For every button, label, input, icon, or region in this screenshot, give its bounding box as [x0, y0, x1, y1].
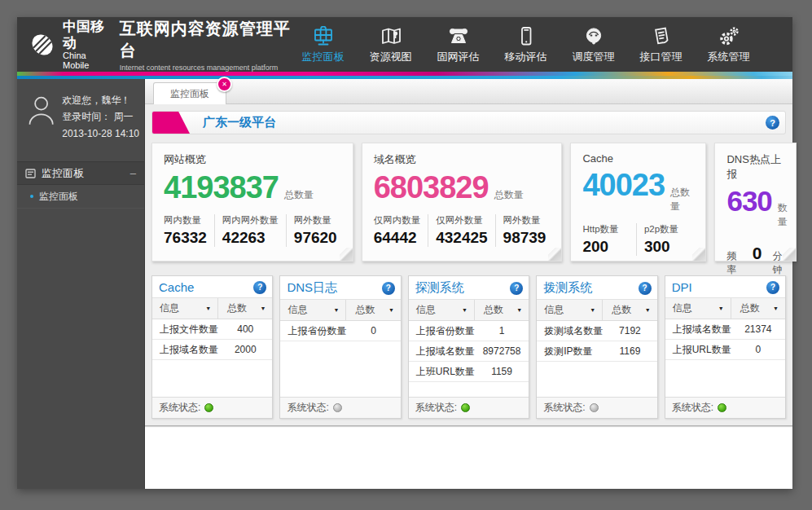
panel-title: 拨测系统: [543, 280, 592, 296]
nav-label: 资源视图: [370, 50, 412, 64]
card-stat: 网外数量 98739: [495, 214, 554, 247]
status-label: 系统状态:: [287, 401, 328, 415]
column-header-info[interactable]: 信息 ▼: [409, 300, 475, 320]
sidebar-item-monitor-panel[interactable]: 监控面板: [17, 185, 144, 209]
card-title: DNS热点上报: [726, 152, 787, 182]
tab-bar: 监控面板 ✕: [145, 79, 792, 104]
card-title: Cache: [582, 152, 697, 165]
help-icon[interactable]: ?: [766, 116, 779, 130]
chevron-down-icon[interactable]: ▼: [205, 306, 211, 311]
brand-name-cn: 中国移动: [63, 19, 112, 51]
headset-icon: [583, 24, 604, 46]
column-label: 总数: [740, 301, 760, 315]
gears-icon: [718, 24, 740, 46]
column-label: 信息: [416, 303, 436, 317]
status-label: 系统状态:: [159, 401, 200, 415]
user-block: 欢迎您，魏华！ 登录时间： 周一 2013-10-28 14:10: [17, 79, 144, 152]
nav-item-interface-mgmt[interactable]: 接口管理: [631, 24, 691, 64]
chevron-down-icon[interactable]: ▼: [388, 307, 394, 313]
app-window: 中国移动 China Mobile 互联网内容资源管理平台 Internet c…: [17, 17, 792, 489]
help-icon[interactable]: ?: [639, 282, 652, 295]
chevron-down-icon[interactable]: ▼: [645, 307, 651, 313]
column-header-info[interactable]: 信息 ▼: [152, 298, 218, 319]
help-icon[interactable]: ?: [510, 282, 523, 295]
chevron-down-icon[interactable]: ▼: [773, 306, 779, 311]
help-icon[interactable]: ?: [253, 281, 266, 294]
stat-label: 网内数量: [164, 214, 207, 226]
row-value: 400: [218, 323, 272, 335]
table-row: 上报域名数量 2000: [152, 340, 272, 360]
status-badge: [590, 403, 599, 412]
collapse-icon[interactable]: –: [130, 167, 136, 179]
panel-dial-test-system: 拨测系统 ? 信息 ▼ 总数 ▼: [536, 275, 657, 419]
stat-label: 网外数量: [294, 214, 337, 226]
chevron-down-icon[interactable]: ▼: [718, 306, 724, 311]
help-icon[interactable]: ?: [766, 281, 779, 294]
chevron-down-icon[interactable]: ▼: [462, 307, 467, 313]
stat-label: 网外数量: [503, 214, 546, 226]
column-label: 信息: [673, 301, 692, 315]
card-big-label: 总数量: [284, 188, 314, 202]
chevron-down-icon[interactable]: ▼: [334, 307, 340, 313]
nav-item-dispatch-mgmt[interactable]: 调度管理: [564, 24, 623, 64]
nav-item-mobile-eval[interactable]: 移动评估: [496, 24, 555, 64]
freq-value: 0: [753, 244, 762, 263]
user-info: 欢迎您，魏华！ 登录时间： 周一 2013-10-28 14:10: [62, 92, 139, 142]
detail-panels-row: Cache ? 信息 ▼ 总数 ▼: [151, 275, 786, 419]
column-label: 总数: [484, 303, 503, 317]
nav-item-resource-view[interactable]: 资源视图: [361, 24, 420, 64]
mobile-icon: [516, 24, 537, 46]
platform-header: 广东一级平台 ?: [151, 111, 786, 134]
row-value: 0: [346, 325, 400, 336]
platform-title-block: 互联网内容资源管理平台 Internet content resources m…: [120, 18, 293, 72]
page-curl: [692, 248, 705, 261]
chevron-down-icon[interactable]: ▼: [260, 306, 266, 311]
tab-label: 监控面板: [170, 87, 209, 101]
chevron-down-icon[interactable]: ▼: [516, 307, 522, 313]
stat-label: 网内网外数量: [222, 214, 279, 226]
document-icon: [651, 24, 672, 46]
nav-item-fixed-net-eval[interactable]: 固网评估: [428, 24, 488, 64]
rainbow-stripe: [17, 72, 792, 79]
row-label: 拨测域名数量: [537, 324, 603, 338]
column-header-total[interactable]: 总数 ▼: [346, 300, 400, 320]
nav-label: 固网评估: [437, 50, 480, 64]
card-website-overview: 网站概览 4193837 总数量 网内数量 76332: [151, 143, 353, 262]
sidebar: 欢迎您，魏华！ 登录时间： 周一 2013-10-28 14:10 监控面板 –: [17, 79, 145, 489]
page-curl: [340, 248, 353, 261]
tab-monitor-panel[interactable]: 监控面板 ✕: [153, 82, 226, 104]
column-header-info[interactable]: 信息 ▼: [537, 300, 603, 320]
table-row: 拨测IP数量 1169: [537, 341, 656, 362]
column-header-total[interactable]: 总数 ▼: [603, 300, 656, 320]
sidebar-group-label: 监控面板: [42, 166, 84, 181]
panel-probe-system: 探测系统 ? 信息 ▼ 总数 ▼: [408, 275, 529, 419]
china-mobile-logo: [29, 32, 55, 58]
column-header-info[interactable]: 信息 ▼: [665, 298, 731, 319]
table-row: 上班URL数量 1159: [409, 362, 529, 382]
chevron-down-icon[interactable]: ▼: [590, 307, 595, 313]
help-icon[interactable]: ?: [382, 282, 395, 295]
sidebar-item-label: 监控面板: [39, 190, 78, 204]
table-row: 拨测域名数量 7192: [537, 321, 656, 341]
nav-item-monitor-panel[interactable]: 监控面板: [293, 24, 353, 64]
card-big-label: 数量: [778, 201, 788, 229]
nav-item-system-mgmt[interactable]: 系统管理: [699, 24, 758, 64]
column-header-total[interactable]: 总数 ▼: [731, 298, 785, 319]
column-header-total[interactable]: 总数 ▼: [218, 298, 272, 319]
sidebar-group-monitor-panel[interactable]: 监控面板 –: [17, 161, 144, 185]
table-row: 上报省份数量 0: [280, 321, 400, 341]
tab-close-icon[interactable]: ✕: [217, 77, 232, 92]
panel-title: DPI: [672, 280, 692, 294]
card-stat: 仅网外数量 432425: [428, 214, 494, 247]
brand-text: 中国移动 China Mobile: [63, 19, 112, 70]
row-value: 2000: [218, 344, 272, 355]
card-big-number: 630: [726, 187, 771, 217]
page-curl: [548, 248, 561, 261]
platform-title-cn: 互联网内容资源管理平台: [120, 18, 293, 62]
column-header-total[interactable]: 总数 ▼: [475, 300, 529, 320]
top-nav: 监控面板 资源视图: [293, 24, 792, 64]
stat-value: 432425: [436, 229, 487, 247]
stat-value: 64442: [374, 229, 421, 247]
nav-label: 系统管理: [708, 50, 750, 64]
column-header-info[interactable]: 信息 ▼: [280, 300, 346, 320]
